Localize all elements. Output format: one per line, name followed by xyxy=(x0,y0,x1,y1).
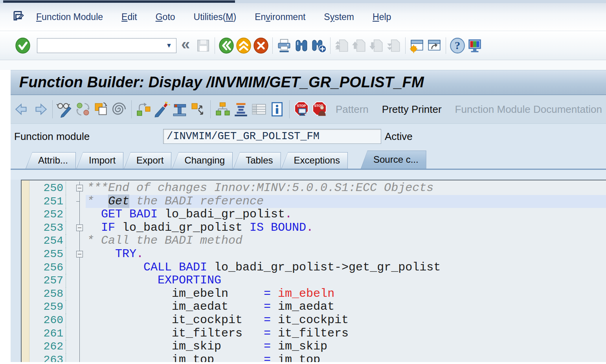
sort-layers-icon[interactable] xyxy=(232,100,250,118)
test-button[interactable] xyxy=(171,100,189,118)
forward-nav-button[interactable] xyxy=(31,100,49,118)
fold-column xyxy=(66,314,86,327)
fold-collapse-icon[interactable] xyxy=(76,185,83,191)
menu-edit[interactable]: Edit xyxy=(121,12,137,22)
menu-environment[interactable]: Environment xyxy=(255,12,305,22)
function-module-field[interactable] xyxy=(163,129,381,144)
tab-strip: Attrib...ImportExportChangingTablesExcep… xyxy=(11,151,606,169)
code-lines: 250***End of changes Innov:MINV:5.0.0.S1… xyxy=(22,182,606,362)
line-number: 261 xyxy=(29,327,66,340)
customize-layout-button[interactable] xyxy=(466,37,483,54)
menu-help[interactable]: Help xyxy=(373,12,391,22)
tab-import[interactable]: Import xyxy=(76,152,123,169)
code-line-256[interactable]: 256 CALL BADI lo_badi_gr_polist->get_gr_… xyxy=(22,261,606,274)
help-button[interactable]: ? xyxy=(449,37,466,54)
find-icon[interactable] xyxy=(293,37,310,54)
fold-column xyxy=(66,340,86,353)
tab-label: Import xyxy=(76,152,123,169)
tab-exceptions[interactable]: Exceptions xyxy=(281,152,348,169)
last-page-button[interactable] xyxy=(385,37,402,54)
abap-source-editor[interactable]: 250***End of changes Innov:MINV:5.0.0.S1… xyxy=(21,180,606,362)
code-line-251[interactable]: 251* Get the BADI reference xyxy=(22,195,606,208)
pretty-printer-button[interactable]: Pretty Printer xyxy=(382,103,442,116)
command-field-wrapper: ▼ xyxy=(37,38,176,53)
hierarchy-icon[interactable] xyxy=(214,100,232,118)
code-line-262[interactable]: 262 im_skip = im_skip xyxy=(22,340,606,353)
sap-gui-window: Function ModuleEditGotoUtilities(M)Envir… xyxy=(0,0,606,364)
cancel-button[interactable] xyxy=(252,37,270,54)
tab-export[interactable]: Export xyxy=(124,152,171,169)
line-number: 252 xyxy=(29,208,66,221)
menu-utilities-m[interactable]: Utilities(M) xyxy=(194,12,237,22)
fold-column[interactable] xyxy=(66,248,86,261)
code-text: * Get the BADI reference xyxy=(86,195,606,208)
code-text: TRY. xyxy=(86,248,606,261)
toolbar-separator xyxy=(272,37,273,54)
tab-source-c[interactable]: Source c... xyxy=(361,151,426,169)
fold-column xyxy=(66,287,86,301)
title-bar: Function Builder: Display /INVMIM/GET_GR… xyxy=(11,70,606,95)
export-interface-icon[interactable] xyxy=(189,100,207,118)
pattern-wand-icon[interactable] xyxy=(153,100,171,118)
code-line-260[interactable]: 260 it_cockpit = it_cockpit xyxy=(22,314,606,327)
exit-button[interactable] xyxy=(235,37,252,54)
menu-items: Function ModuleEditGotoUtilities(M)Envir… xyxy=(36,12,410,22)
other-object-button[interactable] xyxy=(135,100,153,118)
spacer xyxy=(0,60,606,70)
breakpoint-session-icon[interactable]: STOP xyxy=(293,100,311,118)
code-line-258[interactable]: 258 im_ebeln = im_ebeln xyxy=(22,287,606,301)
line-number: 251 xyxy=(29,195,66,208)
breakpoint-user-icon[interactable]: STOP xyxy=(311,100,329,118)
code-line-255[interactable]: 255 TRY. xyxy=(22,248,606,261)
back-button[interactable] xyxy=(218,37,235,54)
code-line-259[interactable]: 259 im_aedat = im_aedat xyxy=(22,300,606,314)
menu-system[interactable]: System xyxy=(324,12,354,22)
save-button[interactable] xyxy=(195,37,212,54)
previous-page-button[interactable] xyxy=(351,37,368,54)
print-button[interactable] xyxy=(275,37,293,54)
tab-tables[interactable]: Tables xyxy=(233,152,281,169)
menu-function-module[interactable]: Function Module xyxy=(36,12,103,22)
first-page-button[interactable] xyxy=(333,37,351,54)
next-page-button[interactable] xyxy=(368,37,385,54)
code-line-250[interactable]: 250***End of changes Innov:MINV:5.0.0.S1… xyxy=(22,182,606,195)
status-active-label: Active xyxy=(385,131,413,143)
line-number: 257 xyxy=(29,274,66,287)
standard-toolbar: ▼ « xyxy=(0,31,606,60)
back-nav-button[interactable] xyxy=(13,100,31,118)
application-toolbar: STOP STOP PatternPretty PrinterFunction … xyxy=(11,95,606,124)
system-menu-icon[interactable] xyxy=(12,10,26,24)
command-field[interactable] xyxy=(37,39,162,53)
find-next-icon[interactable] xyxy=(310,37,327,54)
info-icon[interactable] xyxy=(268,100,286,118)
code-line-261[interactable]: 261 it_filters = it_filters xyxy=(22,327,606,340)
fold-column[interactable] xyxy=(66,221,86,235)
command-dropdown-icon[interactable]: ▼ xyxy=(162,39,176,53)
toolbar-separator xyxy=(330,37,331,54)
new-session-button[interactable] xyxy=(408,37,426,54)
fold-collapse-icon[interactable] xyxy=(76,224,83,231)
toolbar-separator xyxy=(131,100,132,118)
display-change-button[interactable] xyxy=(56,100,74,118)
code-text: * Call the BADI method xyxy=(86,234,606,248)
code-line-257[interactable]: 257 EXPORTING xyxy=(22,274,606,287)
tab-changing[interactable]: Changing xyxy=(172,152,233,169)
menu-goto[interactable]: Goto xyxy=(156,12,175,22)
collapse-toolbar-icon[interactable]: « xyxy=(181,35,190,53)
app-toolbar-text-buttons: PatternPretty PrinterFunction Module Doc… xyxy=(329,103,606,116)
copy-button[interactable] xyxy=(92,100,110,118)
tab-label: Export xyxy=(124,152,171,169)
tab-attrib[interactable]: Attrib... xyxy=(26,152,76,169)
refresh-button[interactable] xyxy=(74,100,92,118)
code-line-253[interactable]: 253 IF lo_badi_gr_polist IS BOUND. xyxy=(22,221,606,235)
code-line-252[interactable]: 252 GET BADI lo_badi_gr_polist. xyxy=(22,208,606,221)
fold-collapse-icon[interactable] xyxy=(76,251,83,257)
code-line-254[interactable]: 254* Call the BADI method xyxy=(22,234,606,248)
fold-column[interactable] xyxy=(66,182,86,195)
table-view-icon[interactable] xyxy=(250,100,268,118)
code-line-263[interactable]: 263 im_top = im_top xyxy=(22,353,606,362)
spiral-icon[interactable] xyxy=(110,100,128,118)
code-text: IF lo_badi_gr_polist IS BOUND. xyxy=(86,221,606,235)
enter-button[interactable] xyxy=(14,37,31,54)
create-shortcut-button[interactable] xyxy=(426,37,443,54)
